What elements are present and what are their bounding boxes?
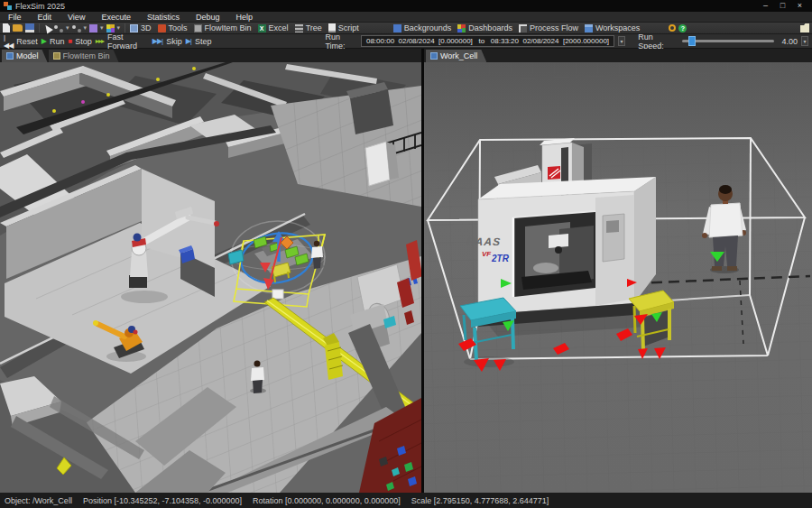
new-window-icon[interactable] bbox=[800, 23, 809, 32]
open-model-icon[interactable] bbox=[13, 24, 23, 32]
flowitem-bin-button[interactable]: FlowItem Bin bbox=[205, 23, 252, 32]
tab-work-cell-label: Work_Cell bbox=[440, 51, 477, 60]
stop-icon[interactable]: ■ bbox=[69, 37, 72, 45]
run-speed-slider[interactable] bbox=[682, 40, 774, 42]
work-cell-3d-viewport[interactable]: HAAS VF 2TR bbox=[424, 62, 812, 493]
excel-button[interactable]: Excel bbox=[269, 23, 289, 32]
menu-file[interactable]: File bbox=[0, 12, 30, 23]
status-rotation: Rotation [0.000000, 0.000000, 0.000000] bbox=[253, 496, 401, 505]
backgrounds-icon[interactable] bbox=[393, 24, 401, 32]
run-time-field[interactable]: 08:00:00 02/08/2024 [0.000000] to 08:33:… bbox=[361, 35, 614, 47]
white-machine-cabinet bbox=[365, 142, 390, 186]
model-3d-viewport[interactable] bbox=[0, 62, 421, 493]
run-time-label: Run Time: bbox=[325, 32, 357, 51]
tree-button[interactable]: Tree bbox=[306, 23, 322, 32]
tools-icon[interactable] bbox=[158, 24, 166, 32]
fast-forward-button[interactable]: Fast Forward bbox=[107, 32, 149, 51]
reset-icon[interactable]: |◀◀ bbox=[4, 33, 13, 50]
dashboards-button[interactable]: Dashboards bbox=[468, 23, 512, 32]
compile-status-icon[interactable] bbox=[669, 24, 676, 32]
haas-logo bbox=[548, 166, 560, 180]
3d-view-button[interactable]: 3D bbox=[141, 23, 152, 32]
menu-help[interactable]: Help bbox=[227, 12, 261, 23]
model-scene bbox=[0, 62, 421, 493]
skip-button[interactable]: Skip bbox=[166, 37, 182, 46]
work-cell-tab-icon bbox=[430, 52, 438, 60]
menu-debug[interactable]: Debug bbox=[188, 12, 228, 23]
stop-button[interactable]: Stop bbox=[75, 37, 92, 46]
tab-model-label: Model bbox=[16, 51, 39, 60]
save-model-icon[interactable] bbox=[25, 23, 34, 32]
model-tab-icon bbox=[6, 52, 14, 60]
menu-statistics[interactable]: Statistics bbox=[139, 12, 188, 23]
tools-button[interactable]: Tools bbox=[169, 23, 188, 32]
process-flow-icon[interactable] bbox=[519, 24, 527, 32]
help-icon[interactable]: ? bbox=[678, 24, 687, 32]
library-dropdown-icon[interactable]: ▾ bbox=[117, 24, 121, 32]
fast-forward-icon[interactable]: ▸▸▸ bbox=[96, 37, 104, 45]
app-icon bbox=[4, 2, 12, 10]
tree-icon[interactable] bbox=[295, 24, 303, 32]
workspaces-button[interactable]: Workspaces bbox=[595, 23, 640, 32]
toolbar-separator bbox=[125, 23, 125, 32]
step-button[interactable]: Step bbox=[195, 37, 212, 46]
reset-button[interactable]: Reset bbox=[16, 37, 38, 46]
status-object: Object: /Work_Cell bbox=[5, 496, 72, 505]
process-flow-button[interactable]: Process Flow bbox=[530, 23, 578, 32]
create-objects-icon[interactable] bbox=[89, 24, 97, 32]
script-icon[interactable] bbox=[328, 23, 336, 32]
status-bar: Object: /Work_Cell Position [-10.345252,… bbox=[0, 493, 812, 508]
sampler-dropdown-icon[interactable]: ▾ bbox=[84, 24, 88, 32]
run-control-bar: |◀◀ Reset ▶ Run ■ Stop ▸▸▸ Fast Forward … bbox=[0, 34, 812, 49]
library-icon[interactable] bbox=[106, 24, 115, 32]
run-icon[interactable]: ▶ bbox=[42, 37, 46, 45]
flowitem-bin-icon[interactable] bbox=[194, 24, 202, 32]
tab-flowitem-bin[interactable]: FlowItem Bin bbox=[49, 50, 119, 62]
menu-edit[interactable]: Edit bbox=[30, 12, 60, 23]
menu-view[interactable]: View bbox=[60, 12, 93, 23]
skip-icon[interactable]: ▶▶| bbox=[152, 37, 162, 45]
sampler-icon[interactable] bbox=[72, 24, 81, 32]
machine-brand-text: HAAS bbox=[466, 236, 501, 248]
model-pane: Model FlowItem Bin bbox=[0, 49, 421, 493]
script-button[interactable]: Script bbox=[338, 23, 359, 32]
workspaces-icon[interactable] bbox=[585, 24, 593, 32]
connect-dropdown-icon[interactable]: ▾ bbox=[66, 24, 69, 32]
excel-icon[interactable]: X bbox=[258, 24, 266, 32]
flowitem-bin-tab-icon bbox=[53, 52, 60, 60]
select-cursor-icon[interactable] bbox=[42, 23, 53, 33]
dashboards-icon[interactable] bbox=[457, 24, 466, 32]
tab-work-cell[interactable]: Work_Cell bbox=[426, 50, 486, 62]
title-bar: FlexSim 2025 – □ × bbox=[0, 0, 812, 12]
model-pane-tabbar: Model FlowItem Bin bbox=[0, 49, 421, 62]
new-model-icon[interactable] bbox=[3, 23, 10, 32]
backgrounds-button[interactable]: Backgrounds bbox=[404, 23, 452, 32]
status-scale: Scale [2.795150, 4.777688, 2.644771] bbox=[411, 496, 549, 505]
run-speed-dropdown[interactable]: ▾ bbox=[801, 36, 808, 46]
step-icon[interactable]: ▶| bbox=[186, 37, 191, 45]
connect-objects-icon[interactable] bbox=[54, 24, 63, 32]
status-position: Position [-10.345252, -7.104358, -0.0000… bbox=[83, 496, 242, 505]
machine-model-text: VF bbox=[482, 250, 492, 258]
run-speed-slider-handle[interactable] bbox=[688, 36, 696, 46]
work-cell-scene: HAAS VF 2TR bbox=[424, 62, 812, 493]
minimize-button[interactable]: – bbox=[757, 0, 774, 12]
run-time-dropdown[interactable]: ▾ bbox=[618, 36, 625, 46]
tab-flowitem-bin-label: FlowItem Bin bbox=[63, 51, 110, 60]
work-cell-pane-tabbar: Work_Cell bbox=[424, 49, 812, 62]
white-crate bbox=[272, 290, 283, 299]
window-title: FlexSim 2025 bbox=[15, 2, 757, 11]
machine-model2-text: 2TR bbox=[491, 254, 510, 263]
work-cell-pane: Work_Cell bbox=[424, 49, 812, 493]
machine-opening bbox=[513, 211, 595, 297]
run-speed-value: 4.00 bbox=[781, 37, 798, 46]
run-button[interactable]: Run bbox=[50, 37, 65, 46]
menu-execute[interactable]: Execute bbox=[93, 12, 139, 23]
create-objects-dropdown-icon[interactable]: ▾ bbox=[100, 24, 104, 32]
3d-view-icon[interactable] bbox=[130, 24, 138, 32]
menu-bar: File Edit View Execute Statistics Debug … bbox=[0, 12, 812, 23]
maximize-button[interactable]: □ bbox=[774, 0, 791, 12]
close-button[interactable]: × bbox=[791, 0, 808, 12]
tab-model[interactable]: Model bbox=[2, 50, 48, 62]
run-speed-label: Run Speed: bbox=[638, 32, 675, 51]
